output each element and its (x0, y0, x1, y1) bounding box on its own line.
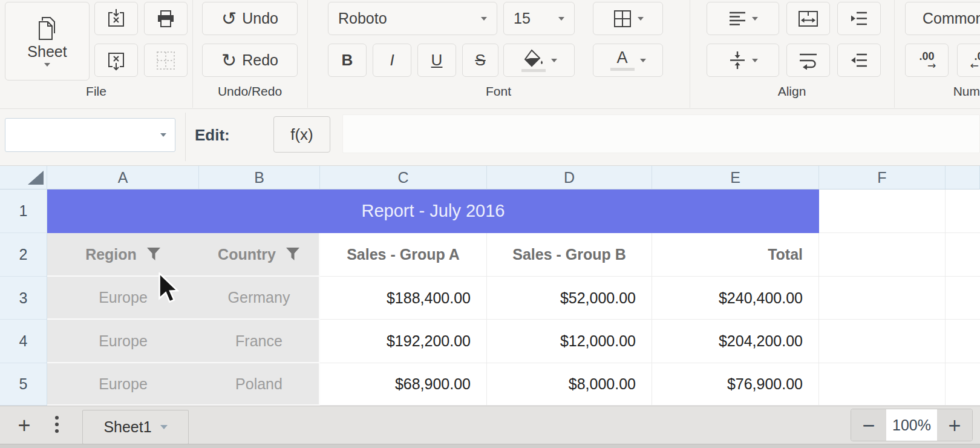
cell-b5[interactable]: Poland (199, 363, 320, 406)
mouse-cursor (157, 272, 179, 306)
cell-c5[interactable]: $68,900.00 (320, 363, 487, 406)
print-button[interactable] (144, 2, 188, 35)
increase-decimals-button[interactable]: .00 → (905, 44, 949, 77)
cell-a5[interactable]: Europe (47, 363, 199, 406)
select-all-triangle-icon (28, 171, 44, 185)
zoom-level-value: 100% (886, 409, 937, 441)
chevron-down-icon (160, 133, 166, 137)
print-borders-button[interactable] (144, 44, 188, 77)
cell-c2-group-a-header[interactable]: Sales - Group A (320, 233, 487, 277)
cell-e2-total-header[interactable]: Total (652, 233, 819, 277)
cell-g2[interactable] (946, 233, 980, 277)
undo-icon: ↺ (221, 8, 237, 29)
cell-a4[interactable]: Europe (47, 320, 199, 363)
select-all-corner[interactable] (0, 165, 47, 189)
horizontal-align-dropdown[interactable] (707, 2, 779, 35)
column-header-partial[interactable] (946, 165, 980, 189)
column-header-c[interactable]: C (320, 165, 487, 189)
sheet-tab[interactable]: Sheet1 (82, 410, 189, 444)
increase-indent-button[interactable] (837, 2, 881, 35)
merge-cells-icon (798, 10, 818, 27)
indent-decrease-icon (850, 53, 868, 68)
column-header-f[interactable]: F (819, 165, 946, 189)
borders-dropdown[interactable] (593, 2, 663, 35)
cell-c3[interactable]: $188,400.00 (320, 277, 487, 320)
zoom-out-button[interactable]: − (851, 409, 886, 441)
font-size-select[interactable]: 15 (503, 2, 575, 35)
chevron-down-icon (558, 17, 564, 21)
cell-g3[interactable] (946, 277, 980, 320)
font-family-select[interactable]: Roboto (328, 2, 497, 35)
export-excel-button[interactable] (94, 44, 138, 77)
strikethrough-button[interactable]: S (462, 44, 498, 77)
formula-input[interactable] (342, 114, 980, 153)
column-header-e[interactable]: E (652, 165, 819, 189)
country-header-label: Country (218, 246, 276, 263)
cell-c4[interactable]: $192,200.00 (320, 320, 487, 363)
chevron-down-icon (44, 63, 50, 67)
increase-decimals-icon: .00 → (918, 51, 936, 70)
italic-button[interactable]: I (373, 44, 411, 77)
cell-e4[interactable]: $204,200.00 (652, 320, 819, 363)
row-header-4[interactable]: 4 (0, 320, 47, 363)
number-format-select[interactable]: Common (905, 2, 980, 35)
sheet-menu-kebab-icon[interactable] (52, 416, 62, 433)
cell-g5[interactable] (946, 363, 980, 406)
cell-f1[interactable] (819, 189, 946, 233)
cell-e3[interactable]: $240,400.00 (652, 277, 819, 320)
chevron-down-icon (638, 17, 644, 21)
print-icon (155, 9, 176, 28)
divider (185, 113, 186, 161)
redo-icon: ↻ (221, 50, 237, 71)
cell-f4[interactable] (819, 320, 946, 363)
bold-button[interactable]: B (328, 44, 367, 77)
import-excel-button[interactable] (94, 2, 138, 35)
formula-bar: Edit: f(x) (0, 109, 980, 165)
row-header-1[interactable]: 1 (0, 189, 47, 233)
cell-d3[interactable]: $52,000.00 (487, 277, 652, 320)
decrease-indent-button[interactable] (837, 44, 881, 77)
undo-button[interactable]: ↺ Undo (202, 2, 298, 35)
cell-f5[interactable] (819, 363, 946, 406)
font-color-dropdown[interactable]: A (593, 44, 663, 77)
filter-funnel-icon[interactable] (146, 248, 161, 261)
redo-button[interactable]: ↻ Redo (202, 44, 298, 77)
cell-d4[interactable]: $12,000.00 (487, 320, 652, 363)
wrap-text-icon (799, 51, 818, 70)
cell-a2-region-header[interactable]: Region (47, 233, 199, 277)
wrap-text-button[interactable] (786, 44, 830, 77)
merge-cells-button[interactable] (786, 2, 830, 35)
row-header-2[interactable]: 2 (0, 233, 47, 277)
row-header-5[interactable]: 5 (0, 363, 47, 406)
cell-g1[interactable] (946, 189, 980, 233)
filter-funnel-icon[interactable] (286, 248, 300, 261)
underline-button[interactable]: U (417, 44, 456, 77)
fx-label: f(x) (290, 125, 313, 144)
cell-e5[interactable]: $76,900.00 (652, 363, 819, 406)
zoom-in-button[interactable]: + (937, 409, 972, 441)
cell-d5[interactable]: $8,000.00 (487, 363, 652, 406)
cell-b2-country-header[interactable]: Country (199, 233, 320, 277)
fill-color-indicator (521, 69, 546, 72)
title-cell[interactable]: Report - July 2016 (47, 189, 819, 233)
edit-label: Edit: (195, 126, 230, 145)
add-sheet-button[interactable]: + (12, 411, 36, 440)
cell-d2-group-b-header[interactable]: Sales - Group B (487, 233, 652, 277)
align-section-label: Align (690, 84, 894, 99)
decrease-decimals-button[interactable]: .0 ← (957, 44, 980, 77)
cell-f3[interactable] (819, 277, 946, 320)
cell-b3[interactable]: Germany (199, 277, 320, 320)
fill-color-dropdown[interactable] (503, 44, 575, 77)
cell-f2[interactable] (819, 233, 946, 277)
row-header-3[interactable]: 3 (0, 277, 47, 320)
cell-b4[interactable]: France (199, 320, 320, 363)
vertical-align-dropdown[interactable] (707, 44, 779, 77)
column-header-d[interactable]: D (487, 165, 652, 189)
column-header-a[interactable]: A (47, 165, 199, 189)
cell-g4[interactable] (946, 320, 980, 363)
cell-reference-select[interactable] (5, 118, 175, 152)
insert-function-button[interactable]: f(x) (273, 116, 330, 153)
sheet-menu-button[interactable]: Sheet (5, 2, 90, 81)
column-header-b[interactable]: B (199, 165, 320, 189)
paint-bucket-icon (521, 49, 546, 72)
